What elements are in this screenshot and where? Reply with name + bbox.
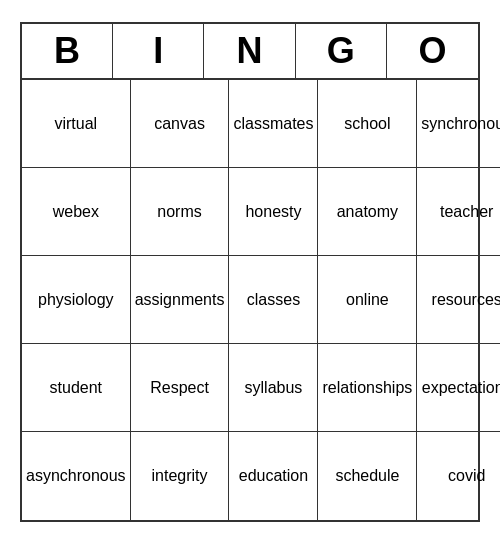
bingo-cell-23: schedule bbox=[318, 432, 417, 520]
bingo-cell-16: Respect bbox=[131, 344, 230, 432]
cell-text-6: norms bbox=[157, 202, 201, 221]
cell-text-23: schedule bbox=[335, 466, 399, 485]
bingo-cell-20: asynchronous bbox=[22, 432, 131, 520]
cell-text-20: asynchronous bbox=[26, 466, 126, 485]
cell-text-12: classes bbox=[247, 290, 300, 309]
cell-text-0: virtual bbox=[54, 114, 97, 133]
bingo-cell-21: integrity bbox=[131, 432, 230, 520]
header-letter-o: O bbox=[387, 24, 478, 78]
bingo-cell-10: physiology bbox=[22, 256, 131, 344]
bingo-cell-22: education bbox=[229, 432, 318, 520]
cell-text-19: expectations bbox=[422, 378, 500, 397]
bingo-cell-5: webex bbox=[22, 168, 131, 256]
bingo-cell-6: norms bbox=[131, 168, 230, 256]
header-letter-g: G bbox=[296, 24, 387, 78]
bingo-cell-1: canvas bbox=[131, 80, 230, 168]
bingo-cell-18: relationships bbox=[318, 344, 417, 432]
cell-text-1: canvas bbox=[154, 114, 205, 133]
cell-text-8: anatomy bbox=[337, 202, 398, 221]
cell-text-14: resources bbox=[432, 290, 500, 309]
bingo-cell-13: online bbox=[318, 256, 417, 344]
cell-text-5: webex bbox=[53, 202, 99, 221]
bingo-header: BINGO bbox=[22, 24, 478, 80]
bingo-cell-12: classes bbox=[229, 256, 318, 344]
bingo-cell-11: assignments bbox=[131, 256, 230, 344]
cell-text-24: covid bbox=[448, 466, 485, 485]
bingo-cell-17: syllabus bbox=[229, 344, 318, 432]
bingo-cell-19: expectations bbox=[417, 344, 500, 432]
bingo-cell-24: covid bbox=[417, 432, 500, 520]
cell-text-16: Respect bbox=[150, 378, 209, 397]
cell-text-11: assignments bbox=[135, 290, 225, 309]
cell-text-7: honesty bbox=[245, 202, 301, 221]
cell-text-9: teacher bbox=[440, 202, 493, 221]
bingo-cell-9: teacher bbox=[417, 168, 500, 256]
bingo-card: BINGO virtualcanvasclassmatesschoolsynch… bbox=[20, 22, 480, 522]
cell-text-3: school bbox=[344, 114, 390, 133]
bingo-cell-8: anatomy bbox=[318, 168, 417, 256]
bingo-cell-14: resources bbox=[417, 256, 500, 344]
header-letter-i: I bbox=[113, 24, 204, 78]
cell-text-18: relationships bbox=[322, 378, 412, 397]
cell-text-22: education bbox=[239, 466, 308, 485]
bingo-cell-0: virtual bbox=[22, 80, 131, 168]
bingo-grid: virtualcanvasclassmatesschoolsynchronous… bbox=[22, 80, 478, 520]
cell-text-4: synchronous bbox=[421, 114, 500, 133]
cell-text-2: classmates bbox=[233, 114, 313, 133]
cell-text-21: integrity bbox=[152, 466, 208, 485]
cell-text-17: syllabus bbox=[245, 378, 303, 397]
cell-text-15: student bbox=[50, 378, 102, 397]
bingo-cell-15: student bbox=[22, 344, 131, 432]
header-letter-b: B bbox=[22, 24, 113, 78]
cell-text-13: online bbox=[346, 290, 389, 309]
bingo-cell-3: school bbox=[318, 80, 417, 168]
bingo-cell-4: synchronous bbox=[417, 80, 500, 168]
cell-text-10: physiology bbox=[38, 290, 114, 309]
bingo-cell-2: classmates bbox=[229, 80, 318, 168]
header-letter-n: N bbox=[204, 24, 295, 78]
bingo-cell-7: honesty bbox=[229, 168, 318, 256]
